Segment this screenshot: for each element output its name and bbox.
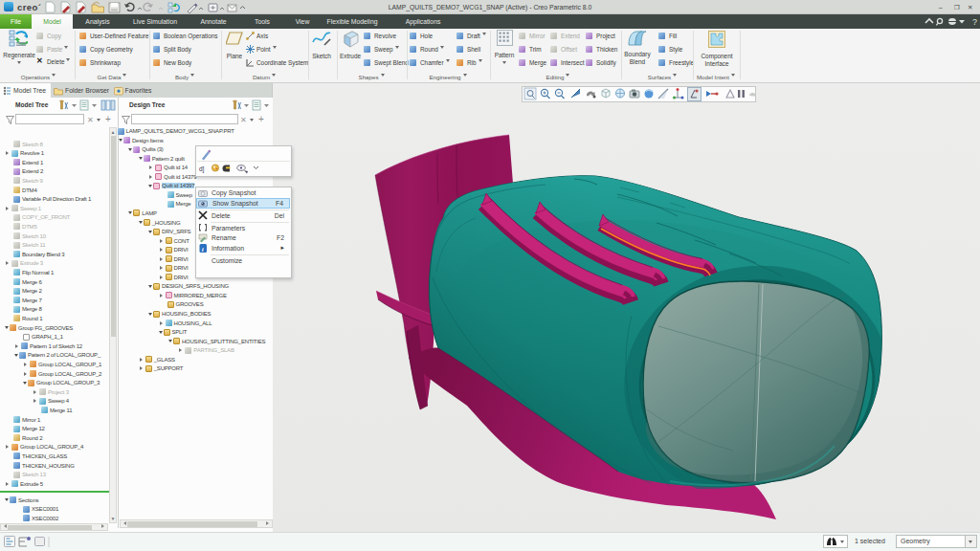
svg-text:d]: d] xyxy=(199,165,205,173)
svg-text:i: i xyxy=(202,246,204,253)
svg-text:?: ? xyxy=(972,17,977,27)
